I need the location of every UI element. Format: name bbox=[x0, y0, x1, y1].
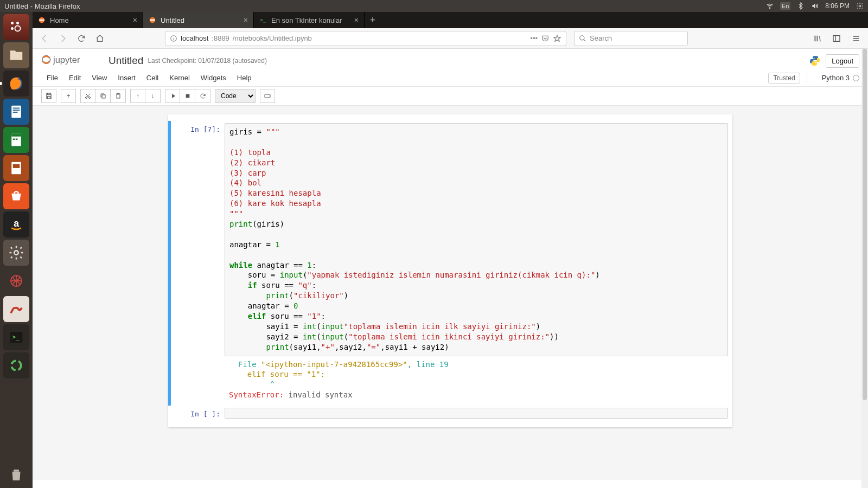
svg-point-2 bbox=[11, 22, 14, 24]
svg-rect-9 bbox=[13, 110, 20, 111]
files-icon[interactable] bbox=[3, 42, 29, 68]
code-cell[interactable]: In [7]: giris = """ (1) topla (2) cikart… bbox=[168, 121, 732, 406]
new-tab-button[interactable]: + bbox=[365, 12, 381, 28]
svg-point-5 bbox=[15, 26, 21, 31]
save-button[interactable] bbox=[41, 89, 56, 103]
keyboard-lang-indicator[interactable]: En bbox=[780, 2, 790, 10]
url-path: /notebooks/Untitled.ipynb bbox=[233, 34, 312, 42]
volume-icon[interactable] bbox=[811, 2, 819, 10]
kernel-indicator[interactable]: Python 3 bbox=[822, 74, 859, 82]
tab-home[interactable]: Home × bbox=[33, 12, 143, 28]
calc-icon[interactable] bbox=[3, 127, 29, 153]
menu-view[interactable]: View bbox=[86, 72, 112, 84]
search-icon bbox=[579, 35, 586, 42]
pocket-icon[interactable] bbox=[541, 34, 550, 43]
bluetooth-icon[interactable] bbox=[797, 2, 805, 10]
input-prompt: In [ ]: bbox=[173, 408, 225, 419]
svg-rect-35 bbox=[48, 97, 50, 99]
amazon-icon[interactable]: a bbox=[3, 211, 29, 237]
menu-widgets[interactable]: Widgets bbox=[195, 72, 232, 84]
close-icon[interactable]: × bbox=[133, 16, 137, 24]
input-prompt: In [7]: bbox=[173, 123, 225, 403]
svg-rect-13 bbox=[13, 139, 15, 140]
unity-launcher: a >_ bbox=[0, 12, 33, 488]
tab-label: En son TkInter konular bbox=[271, 16, 342, 24]
svg-rect-25 bbox=[39, 20, 44, 21]
page-actions-icon[interactable]: ••• bbox=[530, 34, 538, 42]
tab-tkinter[interactable]: >_ En son TkInter konular × bbox=[254, 12, 365, 28]
menu-insert[interactable]: Insert bbox=[112, 72, 141, 84]
svg-point-3 bbox=[16, 22, 19, 24]
page-viewport: jupyter Untitled Last Checkpoint: 01/07/… bbox=[33, 49, 868, 488]
impress-icon[interactable] bbox=[3, 155, 29, 181]
restart-button[interactable] bbox=[195, 89, 210, 103]
move-up-button[interactable]: ↑ bbox=[130, 89, 145, 103]
system-settings-icon[interactable] bbox=[3, 240, 29, 266]
url-bar[interactable]: localhost:8889/notebooks/Untitled.ipynb … bbox=[165, 31, 566, 46]
dash-icon[interactable] bbox=[3, 14, 29, 40]
app-icon-3[interactable] bbox=[3, 352, 29, 378]
reload-button[interactable] bbox=[74, 31, 89, 46]
wifi-icon[interactable] bbox=[766, 2, 774, 10]
jupyter-logo[interactable]: jupyter bbox=[41, 52, 101, 69]
firefox-icon[interactable] bbox=[3, 70, 29, 97]
search-placeholder: Search bbox=[590, 34, 612, 42]
app-icon-2[interactable] bbox=[3, 296, 29, 322]
back-button[interactable] bbox=[37, 31, 52, 46]
cut-button[interactable] bbox=[80, 89, 95, 103]
copy-button[interactable] bbox=[95, 89, 111, 103]
svg-rect-34 bbox=[48, 93, 50, 95]
svg-text:>_: >_ bbox=[12, 333, 20, 341]
search-bar[interactable]: Search bbox=[574, 31, 688, 46]
logout-button[interactable]: Logout bbox=[826, 54, 859, 68]
python-logo-icon bbox=[808, 54, 821, 67]
vertical-scrollbar[interactable] bbox=[861, 49, 868, 488]
command-palette-button[interactable] bbox=[260, 89, 275, 103]
cell-type-select[interactable]: Code bbox=[215, 89, 256, 103]
svg-point-1 bbox=[859, 5, 861, 7]
app-icon-1[interactable] bbox=[3, 268, 29, 294]
notebook: In [7]: giris = """ (1) topla (2) cikart… bbox=[168, 114, 732, 427]
svg-rect-8 bbox=[13, 108, 20, 109]
paste-button[interactable] bbox=[111, 89, 126, 103]
writer-icon[interactable] bbox=[3, 99, 29, 125]
svg-point-37 bbox=[89, 97, 91, 99]
svg-rect-14 bbox=[16, 139, 18, 140]
svg-rect-23 bbox=[14, 470, 19, 472]
code-input[interactable]: giris = """ (1) topla (2) cikart (3) car… bbox=[225, 123, 728, 356]
close-icon[interactable]: × bbox=[244, 16, 248, 24]
menu-file[interactable]: File bbox=[41, 72, 63, 84]
jupyter-menubar: File Edit View Insert Cell Kernel Widget… bbox=[33, 69, 868, 87]
menu-cell[interactable]: Cell bbox=[141, 72, 164, 84]
svg-rect-38 bbox=[102, 95, 105, 98]
menu-kernel[interactable]: Kernel bbox=[164, 72, 195, 84]
tab-untitled[interactable]: Untitled × bbox=[143, 12, 254, 28]
clock[interactable]: 8:06 PM bbox=[825, 2, 850, 10]
close-icon[interactable]: × bbox=[354, 16, 359, 24]
move-down-button[interactable]: ↓ bbox=[145, 89, 161, 103]
interrupt-button[interactable] bbox=[180, 89, 195, 103]
kernel-name: Python 3 bbox=[822, 74, 850, 82]
code-cell[interactable]: In [ ]: bbox=[168, 406, 732, 421]
window-title: Untitled - Mozilla Firefox bbox=[4, 2, 80, 10]
menu-help[interactable]: Help bbox=[232, 72, 257, 84]
trusted-badge[interactable]: Trusted bbox=[768, 73, 800, 84]
add-cell-button[interactable]: + bbox=[61, 89, 76, 103]
sidebar-icon[interactable] bbox=[829, 31, 844, 46]
terminal-icon[interactable]: >_ bbox=[3, 324, 29, 350]
scrollbar-thumb[interactable] bbox=[863, 49, 867, 400]
system-tray: En 8:06 PM bbox=[766, 2, 864, 10]
library-icon[interactable] bbox=[809, 31, 825, 46]
settings-gear-icon[interactable] bbox=[856, 2, 864, 10]
run-button[interactable] bbox=[165, 89, 180, 103]
forward-button[interactable] bbox=[55, 31, 71, 46]
trash-icon[interactable] bbox=[3, 462, 29, 488]
code-input[interactable] bbox=[225, 408, 728, 419]
info-icon bbox=[170, 35, 177, 42]
bookmark-star-icon[interactable] bbox=[553, 34, 561, 43]
hamburger-menu-icon[interactable] bbox=[848, 31, 864, 46]
notebook-title[interactable]: Untitled bbox=[108, 55, 143, 67]
software-icon[interactable] bbox=[3, 183, 29, 209]
menu-edit[interactable]: Edit bbox=[63, 72, 86, 84]
home-button[interactable] bbox=[92, 31, 107, 46]
